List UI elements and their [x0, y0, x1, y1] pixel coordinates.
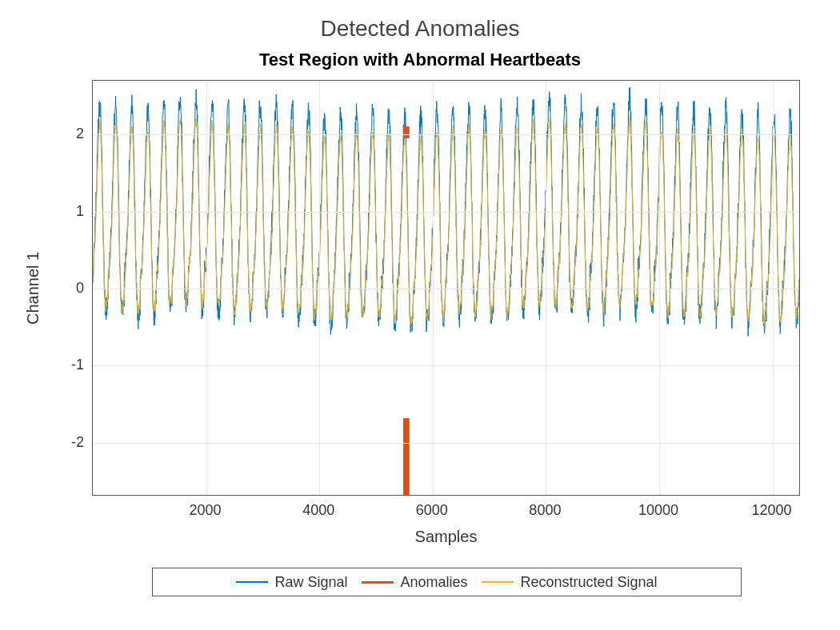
legend-label: Anomalies [400, 574, 467, 591]
figure-suptitle: Detected Anomalies [0, 16, 840, 42]
y-tick-label: 0 [44, 280, 84, 297]
legend-swatch-icon [362, 581, 394, 584]
x-tick-label: 4000 [302, 502, 334, 519]
x-tick-label: 6000 [416, 502, 448, 519]
legend-item-recon: Reconstructed Signal [482, 574, 657, 591]
y-tick-label: -1 [44, 357, 84, 373]
y-axis-label: Channel 1 [24, 80, 42, 496]
legend-item-anom: Anomalies [362, 574, 467, 591]
y-tick-label: -2 [44, 433, 84, 450]
y-tick-label: 1 [44, 202, 84, 219]
x-tick-label: 8000 [529, 502, 561, 519]
y-tick-label: 2 [44, 126, 84, 142]
x-tick-label: 10000 [638, 502, 678, 519]
legend: Raw Signal Anomalies Reconstructed Signa… [152, 568, 742, 596]
legend-label: Reconstructed Signal [520, 574, 657, 591]
x-tick-label: 12000 [752, 502, 792, 519]
legend-swatch-icon [236, 581, 268, 583]
figure: Detected Anomalies Test Region with Abno… [0, 0, 840, 630]
legend-label: Raw Signal [274, 574, 347, 591]
legend-swatch-icon [482, 581, 514, 583]
plot-area [93, 81, 799, 495]
x-axis-label: Samples [92, 528, 800, 546]
legend-item-raw: Raw Signal [236, 574, 347, 591]
axes-title: Test Region with Abnormal Heartbeats [0, 50, 840, 70]
axes [92, 80, 800, 496]
x-tick-label: 2000 [190, 502, 222, 519]
